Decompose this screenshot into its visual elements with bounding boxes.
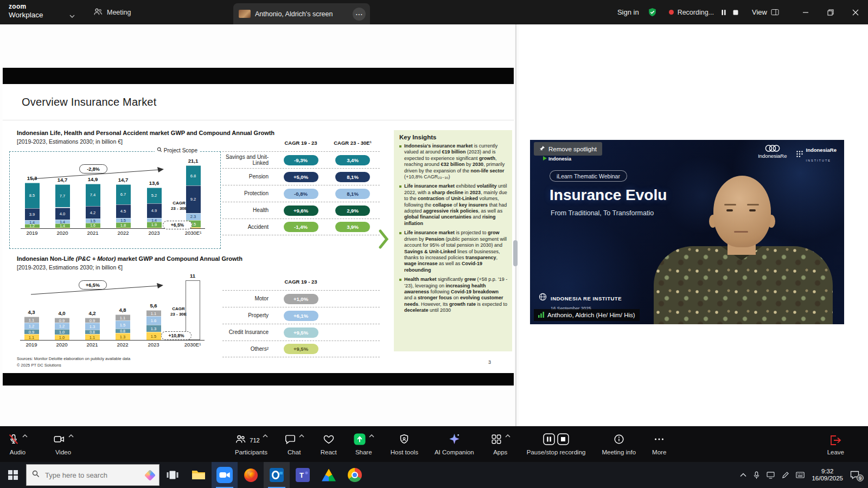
cagr-row-label: Property [222,312,274,319]
speaker-name-tag: Anthonio, Aldrich (He/ Him/ His) [534,309,640,321]
bar-segment: 2.3 [186,213,201,220]
bar-total-label: 15,3 [20,175,44,181]
key-insights-title: Key Insights [399,134,508,140]
firefox-taskbar-icon[interactable] [238,462,264,488]
chevron-up-icon[interactable] [263,434,268,438]
search-highlights-icon[interactable] [144,469,156,480]
cagr-cell: 3,9% [328,222,378,232]
participants-count: 712 [250,437,259,444]
bar-segment: 0.9 [55,318,69,323]
notifications-button[interactable]: 9 [850,471,863,479]
chevron-up-icon[interactable] [299,434,304,438]
next-chevron-icon [378,229,389,251]
mic-muted-icon [8,433,20,447]
leave-button[interactable]: Leave [827,426,844,462]
outlook-taskbar-icon[interactable] [264,462,290,488]
video-button[interactable]: Video [53,426,74,462]
nonlife-chart-heading: Indonesian Non-Life (P&C + Motor) market… [17,255,242,262]
cagr-cell: +5,0% [274,172,328,182]
chevron-up-icon[interactable] [22,434,28,438]
tab-more-options-icon[interactable]: ⋯ [353,8,366,21]
video-icon-area [53,433,74,447]
bar-segment: 4.0 [55,208,70,220]
maximize-button[interactable] [818,0,843,24]
start-button[interactable] [0,462,26,488]
more-button[interactable]: More [652,426,666,462]
audio-button[interactable]: Audio [8,426,28,462]
cagr-row-label: Savings and Unit-Linked [222,154,274,166]
file-explorer-taskbar-icon[interactable] [186,462,212,488]
nonlife-gwp-chart: 1.10.91.21.14,320191.01.01.20.94,020201.… [9,274,221,353]
cagr-row-label: Credit Insurance [222,329,274,336]
touch-keyboard-tray-icon[interactable] [796,472,805,478]
nonlife-heading-regular: Indonesian Non-Life [17,255,76,262]
ai-companion-button[interactable]: AI Companion [435,426,474,462]
bar-segment: 4.5 [116,204,131,218]
react-button[interactable]: React [321,426,337,462]
pause-stop-recording-button[interactable]: Pause/stop recording [527,426,586,462]
meeting-people-icon [93,8,103,17]
chevron-down-icon[interactable] [69,10,75,20]
pin-icon [539,145,545,152]
task-view-taskbar-icon[interactable] [159,462,186,488]
taskbar-search[interactable] [26,464,159,486]
stop-recording-icon[interactable] [732,9,739,16]
speaker-head [713,176,771,247]
chevron-up-icon[interactable] [68,434,74,438]
x-axis-label: 2023 [140,342,167,348]
share-button[interactable]: Share [353,426,374,462]
zoom-workplace-window: zoom Workplace Meeting Anthonio, Aldrich… [0,0,868,488]
tab-meeting[interactable]: Meeting [93,0,131,24]
copyright-note: © 2025 PT DC Solutions [17,363,61,368]
meeting-info-button[interactable]: Meeting info [602,426,636,462]
zoom-taskbar-icon[interactable] [212,462,238,488]
bar-segment: 1.3 [146,325,161,332]
meeting-info-label: Meeting info [602,449,636,455]
insight-bullet: Health market significantly grew (+58 p.… [399,277,508,313]
security-shield-icon[interactable] [648,8,657,17]
cagr-row-label: Health [222,207,274,214]
apps-button[interactable]: Apps [490,426,510,462]
pen-tray-icon[interactable] [782,472,789,479]
minimize-button[interactable] [793,0,818,24]
bar-segment: 6.8 [186,165,201,185]
indonesia-re-wordmark: IndonesiaRe [758,153,787,159]
pause-recording-icon[interactable] [720,9,727,16]
share-label: Share [355,449,372,455]
bar-segment: 5.2 [147,188,162,203]
trend-label-box: +6,5% [79,280,107,290]
bar-segment: 1.4 [25,220,40,224]
microphone-tray-icon[interactable] [754,471,760,479]
bar-segment: 4.2 [86,206,100,219]
sign-in-button[interactable]: Sign in [617,8,639,16]
participants-label: Participants [235,449,267,455]
divider-drag-handle[interactable] [513,240,518,266]
chevron-up-icon[interactable] [369,434,374,438]
cagr-row-label: Accident [222,224,274,230]
taskbar-clock[interactable]: 9:32 16/09/2025 [812,468,843,482]
ai-companion-label: AI Companion [435,449,474,455]
nonlife-chart-subheading: [2019-2023, Estimations 2030; in billion… [17,264,123,271]
cagr-cell: +6,1% [274,311,328,321]
search-input[interactable] [44,471,142,480]
close-button[interactable] [843,0,868,24]
chevron-up-tray-icon[interactable] [740,473,746,477]
google-drive-taskbar-icon[interactable] [316,462,342,488]
host-tools-button[interactable]: Host tools [391,426,418,462]
remove-spotlight-button[interactable]: Remove spotlight [534,142,602,156]
view-layout-icon[interactable] [771,9,779,16]
display-tray-icon[interactable] [767,472,775,479]
tab-screen-share[interactable]: Anthonio, Aldrich's screen ⋯ [233,3,370,24]
titlebar-right-controls: Sign in Recording... View [617,0,868,24]
record-controls-icon [543,433,569,447]
cagr-cell: +1,0% [274,294,328,304]
chrome-taskbar-icon[interactable] [342,462,368,488]
cagr-header: CAGR 19 - 23 [274,140,328,146]
view-button[interactable]: View [752,8,767,16]
chat-button[interactable]: Chat [284,426,304,462]
chevron-up-icon[interactable] [505,434,510,438]
participants-button[interactable]: 712Participants [234,426,267,462]
cagr-row: Pension+5,0%8,1% [222,168,380,185]
teams-taskbar-icon[interactable]: T [290,462,316,488]
life-cagr-table: CAGR 19 - 23CAGR 23 - 30E¹Savings and Un… [222,134,380,235]
